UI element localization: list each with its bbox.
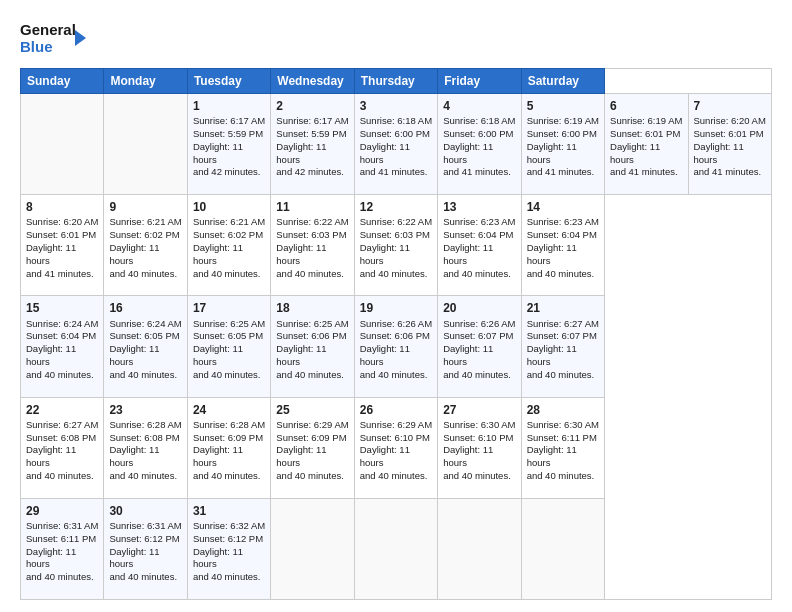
day-number: 24: [193, 402, 265, 418]
day-header-tuesday: Tuesday: [187, 69, 270, 94]
calendar-cell-day-4: 4Sunrise: 6:18 AMSunset: 6:00 PMDaylight…: [438, 94, 521, 195]
week-row-2: 8Sunrise: 6:20 AMSunset: 6:01 PMDaylight…: [21, 195, 772, 296]
daylight-minutes: and 40 minutes.: [276, 268, 344, 279]
sunset-info: Sunset: 6:06 PM: [276, 330, 346, 341]
daylight-minutes: and 40 minutes.: [527, 470, 595, 481]
sunset-info: Sunset: 6:00 PM: [360, 128, 430, 139]
day-number: 18: [276, 300, 348, 316]
daylight-minutes: and 40 minutes.: [193, 268, 261, 279]
sunrise-info: Sunrise: 6:30 AM: [527, 419, 599, 430]
daylight-minutes: and 40 minutes.: [276, 369, 344, 380]
daylight-info: Daylight: 11 hours: [109, 343, 159, 367]
empty-cell: [104, 94, 187, 195]
calendar-cell-day-8: 8Sunrise: 6:20 AMSunset: 6:01 PMDaylight…: [21, 195, 104, 296]
day-number: 31: [193, 503, 265, 519]
daylight-minutes: and 41 minutes.: [527, 166, 595, 177]
empty-cell: [438, 498, 521, 599]
day-number: 15: [26, 300, 98, 316]
day-number: 4: [443, 98, 515, 114]
sunrise-info: Sunrise: 6:29 AM: [360, 419, 432, 430]
calendar-cell-day-6: 6Sunrise: 6:19 AMSunset: 6:01 PMDaylight…: [605, 94, 688, 195]
daylight-minutes: and 41 minutes.: [610, 166, 678, 177]
sunrise-info: Sunrise: 6:19 AM: [610, 115, 682, 126]
daylight-info: Daylight: 11 hours: [276, 343, 326, 367]
header: GeneralBlue: [20, 18, 772, 58]
calendar-cell-day-12: 12Sunrise: 6:22 AMSunset: 6:03 PMDayligh…: [354, 195, 437, 296]
day-header-thursday: Thursday: [354, 69, 437, 94]
sunset-info: Sunset: 6:02 PM: [109, 229, 179, 240]
calendar-cell-day-7: 7Sunrise: 6:20 AMSunset: 6:01 PMDaylight…: [688, 94, 772, 195]
sunrise-info: Sunrise: 6:17 AM: [193, 115, 265, 126]
daylight-minutes: and 40 minutes.: [360, 470, 428, 481]
daylight-info: Daylight: 11 hours: [276, 444, 326, 468]
sunrise-info: Sunrise: 6:28 AM: [193, 419, 265, 430]
day-number: 9: [109, 199, 181, 215]
calendar-table: SundayMondayTuesdayWednesdayThursdayFrid…: [20, 68, 772, 600]
daylight-info: Daylight: 11 hours: [527, 242, 577, 266]
calendar-cell-day-30: 30Sunrise: 6:31 AMSunset: 6:12 PMDayligh…: [104, 498, 187, 599]
sunset-info: Sunset: 6:04 PM: [26, 330, 96, 341]
daylight-minutes: and 41 minutes.: [443, 166, 511, 177]
daylight-info: Daylight: 11 hours: [443, 343, 493, 367]
daylight-info: Daylight: 11 hours: [694, 141, 744, 165]
week-row-1: 1Sunrise: 6:17 AMSunset: 5:59 PMDaylight…: [21, 94, 772, 195]
sunset-info: Sunset: 6:04 PM: [443, 229, 513, 240]
daylight-info: Daylight: 11 hours: [193, 141, 243, 165]
calendar-cell-day-5: 5Sunrise: 6:19 AMSunset: 6:00 PMDaylight…: [521, 94, 604, 195]
sunset-info: Sunset: 6:12 PM: [193, 533, 263, 544]
daylight-minutes: and 42 minutes.: [193, 166, 261, 177]
daylight-minutes: and 40 minutes.: [193, 571, 261, 582]
sunset-info: Sunset: 6:01 PM: [694, 128, 764, 139]
calendar-cell-day-17: 17Sunrise: 6:25 AMSunset: 6:05 PMDayligh…: [187, 296, 270, 397]
daylight-info: Daylight: 11 hours: [109, 444, 159, 468]
day-header-saturday: Saturday: [521, 69, 604, 94]
daylight-minutes: and 40 minutes.: [360, 268, 428, 279]
daylight-info: Daylight: 11 hours: [109, 242, 159, 266]
daylight-minutes: and 40 minutes.: [443, 369, 511, 380]
sunrise-info: Sunrise: 6:17 AM: [276, 115, 348, 126]
daylight-minutes: and 40 minutes.: [527, 369, 595, 380]
daylight-info: Daylight: 11 hours: [193, 444, 243, 468]
sunset-info: Sunset: 6:04 PM: [527, 229, 597, 240]
sunrise-info: Sunrise: 6:26 AM: [360, 318, 432, 329]
sunset-info: Sunset: 6:00 PM: [527, 128, 597, 139]
calendar-cell-day-31: 31Sunrise: 6:32 AMSunset: 6:12 PMDayligh…: [187, 498, 270, 599]
day-header-monday: Monday: [104, 69, 187, 94]
daylight-info: Daylight: 11 hours: [610, 141, 660, 165]
day-number: 23: [109, 402, 181, 418]
daylight-minutes: and 41 minutes.: [360, 166, 428, 177]
sunrise-info: Sunrise: 6:21 AM: [193, 216, 265, 227]
week-row-5: 29Sunrise: 6:31 AMSunset: 6:11 PMDayligh…: [21, 498, 772, 599]
daylight-info: Daylight: 11 hours: [193, 242, 243, 266]
sunrise-info: Sunrise: 6:23 AM: [527, 216, 599, 227]
sunset-info: Sunset: 6:08 PM: [26, 432, 96, 443]
daylight-info: Daylight: 11 hours: [193, 343, 243, 367]
sunset-info: Sunset: 6:03 PM: [360, 229, 430, 240]
daylight-minutes: and 40 minutes.: [109, 369, 177, 380]
sunrise-info: Sunrise: 6:30 AM: [443, 419, 515, 430]
empty-cell: [271, 498, 354, 599]
page: GeneralBlue SundayMondayTuesdayWednesday…: [0, 0, 792, 612]
daylight-info: Daylight: 11 hours: [193, 546, 243, 570]
daylight-minutes: and 42 minutes.: [276, 166, 344, 177]
daylight-minutes: and 41 minutes.: [694, 166, 762, 177]
calendar-cell-day-21: 21Sunrise: 6:27 AMSunset: 6:07 PMDayligh…: [521, 296, 604, 397]
sunset-info: Sunset: 6:03 PM: [276, 229, 346, 240]
sunrise-info: Sunrise: 6:18 AM: [443, 115, 515, 126]
sunrise-info: Sunrise: 6:31 AM: [26, 520, 98, 531]
sunrise-info: Sunrise: 6:18 AM: [360, 115, 432, 126]
daylight-minutes: and 40 minutes.: [26, 369, 94, 380]
sunset-info: Sunset: 6:02 PM: [193, 229, 263, 240]
sunrise-info: Sunrise: 6:32 AM: [193, 520, 265, 531]
calendar-cell-day-10: 10Sunrise: 6:21 AMSunset: 6:02 PMDayligh…: [187, 195, 270, 296]
day-number: 22: [26, 402, 98, 418]
day-header-sunday: Sunday: [21, 69, 104, 94]
daylight-info: Daylight: 11 hours: [443, 444, 493, 468]
daylight-info: Daylight: 11 hours: [276, 242, 326, 266]
calendar-cell-day-28: 28Sunrise: 6:30 AMSunset: 6:11 PMDayligh…: [521, 397, 604, 498]
daylight-info: Daylight: 11 hours: [527, 444, 577, 468]
calendar-cell-day-13: 13Sunrise: 6:23 AMSunset: 6:04 PMDayligh…: [438, 195, 521, 296]
sunrise-info: Sunrise: 6:20 AM: [694, 115, 766, 126]
day-number: 11: [276, 199, 348, 215]
sunrise-info: Sunrise: 6:24 AM: [26, 318, 98, 329]
